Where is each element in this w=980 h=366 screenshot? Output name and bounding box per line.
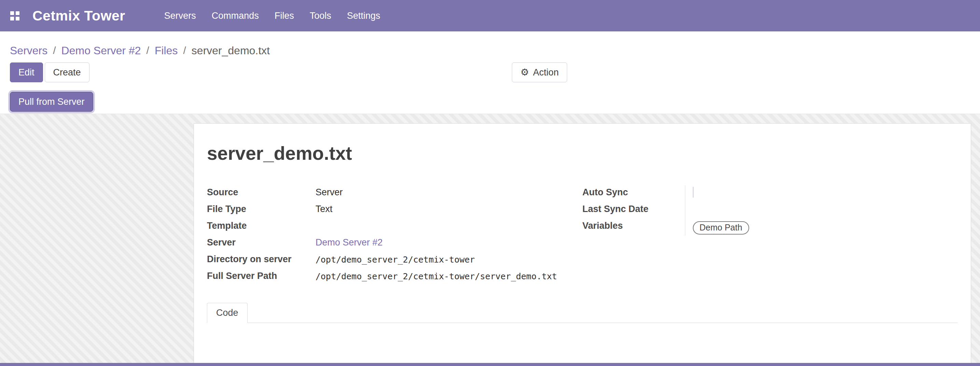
control-panel: Servers / Demo Server #2 / Files / serve… bbox=[0, 32, 980, 114]
auto-sync-checkbox[interactable] bbox=[693, 187, 694, 198]
record-title: server_demo.txt bbox=[207, 142, 958, 164]
breadcrumb-servers[interactable]: Servers bbox=[10, 45, 48, 57]
server-record-link[interactable]: Demo Server #2 bbox=[315, 237, 383, 248]
apps-grid-icon[interactable] bbox=[10, 11, 19, 21]
field-label-template: Template bbox=[207, 219, 315, 231]
field-value-full-path: /opt/demo_server_2/cetmix-tower/server_d… bbox=[315, 269, 582, 281]
notebook: Code bbox=[207, 303, 958, 366]
field-row-variables: Variables Demo Path bbox=[582, 219, 958, 236]
breadcrumb-files[interactable]: Files bbox=[155, 45, 178, 57]
menu-servers[interactable]: Servers bbox=[164, 8, 197, 24]
menu-commands[interactable]: Commands bbox=[211, 8, 259, 24]
field-group-right: Auto Sync Last Sync Date Variables Demo … bbox=[582, 185, 958, 286]
field-row-auto-sync: Auto Sync bbox=[582, 185, 958, 202]
field-row-file-type: File Type Text bbox=[207, 202, 582, 219]
field-row-last-sync: Last Sync Date bbox=[582, 202, 958, 219]
field-value-file-type: Text bbox=[315, 202, 582, 215]
field-value-auto-sync bbox=[685, 185, 958, 202]
field-row-server: Server Demo Server #2 bbox=[207, 236, 582, 252]
field-label-directory: Directory on server bbox=[207, 252, 315, 264]
field-group-left: Source Server File Type Text Template Se… bbox=[207, 185, 582, 286]
bottom-accent-bar bbox=[0, 363, 980, 366]
menu-settings[interactable]: Settings bbox=[346, 8, 381, 24]
breadcrumb-separator: / bbox=[183, 45, 186, 56]
field-label-variables: Variables bbox=[582, 219, 685, 231]
field-label-server: Server bbox=[207, 236, 315, 248]
gear-icon: ⚙ bbox=[520, 68, 529, 77]
field-value-template bbox=[315, 219, 582, 221]
top-navbar: Cetmix Tower Servers Commands Files Tool… bbox=[0, 0, 980, 32]
field-row-template: Template bbox=[207, 219, 582, 236]
app-brand[interactable]: Cetmix Tower bbox=[32, 8, 125, 24]
action-menu-button[interactable]: ⚙ Action bbox=[512, 62, 567, 82]
pull-from-server-button[interactable]: Pull from Server bbox=[10, 92, 93, 111]
field-value-directory: /opt/demo_server_2/cetmix-tower bbox=[315, 252, 582, 264]
breadcrumb-current: server_demo.txt bbox=[192, 45, 270, 57]
form-buttons: Edit Create bbox=[10, 62, 980, 82]
tab-code-content bbox=[207, 323, 958, 366]
field-value-server: Demo Server #2 bbox=[315, 236, 582, 248]
field-value-source: Server bbox=[315, 185, 582, 198]
form-sheet: server_demo.txt Source Server File Type … bbox=[194, 123, 971, 366]
field-label-file-type: File Type bbox=[207, 202, 315, 215]
action-menu-label: Action bbox=[533, 67, 558, 78]
field-value-variables: Demo Path bbox=[685, 219, 958, 236]
header-buttons-row: Pull from Server bbox=[10, 92, 980, 111]
edit-button[interactable]: Edit bbox=[10, 62, 43, 82]
field-row-source: Source Server bbox=[207, 185, 582, 202]
variable-tag[interactable]: Demo Path bbox=[693, 221, 749, 235]
field-value-last-sync bbox=[685, 202, 958, 219]
breadcrumb-separator: / bbox=[53, 45, 56, 56]
create-button[interactable]: Create bbox=[45, 62, 89, 82]
breadcrumb: Servers / Demo Server #2 / Files / serve… bbox=[10, 32, 980, 61]
field-label-last-sync: Last Sync Date bbox=[582, 202, 685, 215]
breadcrumb-separator: / bbox=[146, 45, 149, 56]
field-row-full-path: Full Server Path /opt/demo_server_2/cetm… bbox=[207, 269, 582, 286]
form-view-background: server_demo.txt Source Server File Type … bbox=[0, 114, 980, 366]
breadcrumb-demo-server[interactable]: Demo Server #2 bbox=[62, 45, 141, 57]
field-row-directory: Directory on server /opt/demo_server_2/c… bbox=[207, 252, 582, 269]
field-groups: Source Server File Type Text Template Se… bbox=[207, 185, 958, 286]
notebook-tabs: Code bbox=[207, 303, 958, 323]
main-menu: Servers Commands Files Tools Settings bbox=[164, 8, 381, 24]
field-label-auto-sync: Auto Sync bbox=[582, 185, 685, 198]
field-label-source: Source bbox=[207, 185, 315, 198]
menu-tools[interactable]: Tools bbox=[309, 8, 332, 24]
tab-code[interactable]: Code bbox=[207, 303, 248, 323]
field-label-full-path: Full Server Path bbox=[207, 269, 315, 281]
menu-files[interactable]: Files bbox=[274, 8, 295, 24]
